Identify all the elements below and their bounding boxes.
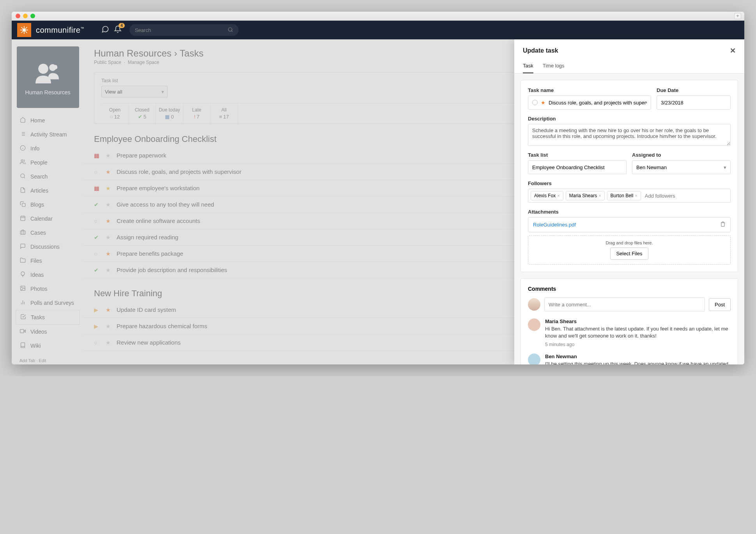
top-navbar: communifire™ 4 <box>12 21 744 39</box>
window-close-button[interactable] <box>16 14 20 18</box>
followers-label: Followers <box>528 180 731 186</box>
tasklist-field-label: Task list <box>528 152 627 158</box>
due-date-label: Due Date <box>657 87 731 93</box>
close-icon[interactable]: ✕ <box>730 46 736 55</box>
comment: Maria ShearsHi Ben. That attachment is t… <box>528 318 731 347</box>
global-search[interactable] <box>129 24 239 36</box>
attachments-label: Attachments <box>528 209 731 215</box>
star-icon[interactable]: ★ <box>541 100 545 106</box>
svg-point-5 <box>228 27 232 31</box>
followers-input[interactable]: Alexis Fox ×Maria Shears ×Burton Bell × <box>528 189 731 203</box>
avatar <box>528 298 540 311</box>
follower-tag: Alexis Fox × <box>531 191 563 200</box>
follower-tag: Maria Shears × <box>566 191 605 200</box>
svg-line-6 <box>232 30 233 32</box>
attachment-list: RoleGuidelines.pdf <box>528 217 731 232</box>
comment: Ben NewmanI'll be setting this meeting u… <box>528 354 731 364</box>
add-follower-input[interactable] <box>643 191 728 200</box>
comment-input[interactable] <box>544 297 705 311</box>
file-dropzone[interactable]: Drag and drop files here. Select Files <box>528 235 731 265</box>
notification-bell-icon[interactable]: 4 <box>114 25 122 35</box>
brand-name: communifire™ <box>36 26 84 35</box>
tab-timelogs[interactable]: Time logs <box>543 63 565 73</box>
search-icon <box>228 27 233 34</box>
comments-title: Comments <box>528 286 731 292</box>
window-titlebar: + <box>12 12 744 21</box>
assigned-label: Assigned to <box>632 152 731 158</box>
remove-tag-icon[interactable]: × <box>598 193 601 198</box>
avatar <box>528 354 540 364</box>
window-maximize-button[interactable] <box>30 14 35 18</box>
comment-text: Hi Ben. That attachment is the latest up… <box>545 325 731 339</box>
post-comment-button[interactable]: Post <box>709 298 731 311</box>
remove-tag-icon[interactable]: × <box>635 193 637 198</box>
status-radio-icon[interactable] <box>532 100 538 105</box>
task-name-input[interactable]: ★ <box>528 95 651 110</box>
follower-tag: Burton Bell × <box>607 191 641 200</box>
tab-task[interactable]: Task <box>523 63 533 73</box>
avatar <box>528 318 540 331</box>
tasklist-field[interactable]: Employee Onboarding Checklist <box>528 160 627 174</box>
select-files-button[interactable]: Select Files <box>610 248 648 260</box>
task-drawer: Update task ✕ Task Time logs Task name ★ <box>514 39 744 364</box>
task-name-label: Task name <box>528 87 651 93</box>
comment-author: Maria Shears <box>545 318 731 324</box>
comment-author: Ben Newman <box>545 354 731 359</box>
description-label: Description <box>528 116 731 122</box>
description-textarea[interactable] <box>528 124 731 146</box>
comment-time: 5 minutes ago <box>545 342 731 347</box>
brand-logo[interactable] <box>17 23 31 37</box>
assigned-select[interactable]: Ben Newman▾ <box>632 160 731 174</box>
chat-icon[interactable] <box>101 25 109 35</box>
task-form: Task name ★ Due Date <box>521 80 738 272</box>
remove-tag-icon[interactable]: × <box>557 193 559 198</box>
trash-icon[interactable] <box>720 221 726 228</box>
drawer-title: Update task <box>523 47 558 54</box>
due-date-input[interactable] <box>657 95 731 110</box>
new-tab-button[interactable]: + <box>734 13 741 19</box>
comments-section: Comments Post Maria ShearsHi Ben. That a… <box>521 278 738 364</box>
comment-text: I'll be setting this meeting up this wee… <box>545 361 731 364</box>
notification-badge: 4 <box>119 23 125 28</box>
attachment-link[interactable]: RoleGuidelines.pdf <box>533 222 576 228</box>
window-minimize-button[interactable] <box>23 14 28 18</box>
search-input[interactable] <box>135 27 228 33</box>
